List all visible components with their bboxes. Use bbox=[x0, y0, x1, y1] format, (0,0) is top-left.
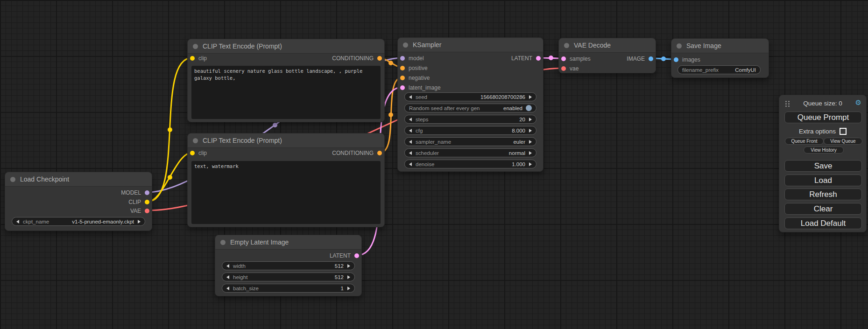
node-clip-text-encode-negative[interactable]: CLIP Text Encode (Prompt) clip CONDITION… bbox=[187, 133, 385, 227]
increment-arrow-icon[interactable] bbox=[529, 162, 532, 166]
batch-size-widget[interactable]: batch_size 1 bbox=[222, 284, 355, 293]
input-port-images[interactable] bbox=[674, 57, 678, 62]
node-save-image[interactable]: Save Image images filename_prefix ComfyU… bbox=[671, 38, 769, 78]
node-load-checkpoint[interactable]: Load Checkpoint MODEL CLIP VAE ckpt_name… bbox=[5, 172, 152, 231]
node-title: Load Checkpoint bbox=[20, 175, 69, 183]
input-port-vae[interactable] bbox=[561, 66, 566, 71]
node-clip-text-encode-positive[interactable]: CLIP Text Encode (Prompt) clip CONDITION… bbox=[187, 39, 385, 122]
clear-button[interactable]: Clear bbox=[784, 203, 862, 215]
decrement-arrow-icon[interactable] bbox=[16, 220, 19, 224]
decrement-arrow-icon[interactable] bbox=[409, 151, 412, 155]
decrement-arrow-icon[interactable] bbox=[409, 95, 412, 99]
steps-widget[interactable]: steps 20 bbox=[404, 115, 536, 124]
increment-arrow-icon[interactable] bbox=[347, 275, 350, 279]
node-title: Save Image bbox=[686, 42, 721, 49]
output-port-clip[interactable] bbox=[145, 200, 149, 204]
input-label: clip bbox=[198, 55, 207, 62]
view-history-button[interactable]: View History bbox=[804, 147, 844, 154]
collapse-dot-icon[interactable] bbox=[677, 43, 682, 49]
queue-prompt-button[interactable]: Queue Prompt bbox=[784, 112, 862, 123]
output-port-conditioning[interactable] bbox=[377, 151, 382, 155]
node-title-bar[interactable]: Save Image bbox=[671, 39, 769, 53]
node-ksampler[interactable]: KSampler model positive negative latent_… bbox=[397, 37, 543, 172]
output-slot-clip: CLIP bbox=[128, 199, 149, 205]
node-title-bar[interactable]: KSampler bbox=[398, 38, 543, 52]
load-default-button[interactable]: Load Default bbox=[784, 217, 862, 229]
settings-gear-icon[interactable] bbox=[855, 98, 861, 107]
widget-value: 8.000 bbox=[512, 128, 525, 133]
input-port-clip[interactable] bbox=[190, 56, 195, 61]
decrement-arrow-icon[interactable] bbox=[409, 162, 412, 166]
widget-value: 156680208700286 bbox=[480, 94, 525, 100]
output-port-latent[interactable] bbox=[536, 56, 541, 61]
node-title-bar[interactable]: VAE Decode bbox=[559, 38, 656, 53]
decrement-arrow-icon[interactable] bbox=[226, 264, 229, 268]
increment-arrow-icon[interactable] bbox=[529, 140, 532, 144]
decrement-arrow-icon[interactable] bbox=[226, 275, 229, 279]
toggle-knob-icon[interactable] bbox=[526, 105, 532, 111]
node-vae-decode[interactable]: VAE Decode samples vae IMAGE bbox=[558, 38, 656, 73]
random-seed-toggle-widget[interactable]: Random seed after every gen enabled bbox=[404, 104, 536, 112]
collapse-dot-icon[interactable] bbox=[10, 177, 15, 182]
node-title-bar[interactable]: Empty Latent Image bbox=[215, 235, 361, 250]
input-port-negative[interactable] bbox=[400, 76, 405, 80]
collapse-dot-icon[interactable] bbox=[564, 43, 569, 48]
load-button[interactable]: Load bbox=[784, 175, 862, 186]
extra-options-checkbox[interactable] bbox=[840, 128, 847, 135]
node-empty-latent-image[interactable]: Empty Latent Image LATENT width 512 heig… bbox=[215, 235, 362, 296]
seed-widget[interactable]: seed 156680208700286 bbox=[404, 92, 536, 101]
input-port-clip[interactable] bbox=[190, 151, 195, 155]
sampler-name-widget[interactable]: sampler_name euler bbox=[404, 137, 536, 146]
decrement-arrow-icon[interactable] bbox=[409, 129, 412, 133]
output-port-latent[interactable] bbox=[354, 253, 359, 258]
width-widget[interactable]: width 512 bbox=[222, 261, 355, 270]
filename-prefix-widget[interactable]: filename_prefix ComfyUI bbox=[677, 65, 761, 74]
increment-arrow-icon[interactable] bbox=[347, 264, 350, 268]
ckpt-name-widget[interactable]: ckpt_name v1-5-pruned-emaonly.ckpt bbox=[12, 217, 145, 226]
node-title: Empty Latent Image bbox=[230, 238, 289, 246]
input-port-samples[interactable] bbox=[561, 56, 566, 61]
increment-arrow-icon[interactable] bbox=[138, 220, 141, 224]
save-button[interactable]: Save bbox=[784, 160, 862, 172]
input-slot-clip: clip bbox=[190, 150, 207, 156]
input-port-positive[interactable] bbox=[400, 66, 405, 70]
scheduler-widget[interactable]: scheduler normal bbox=[404, 148, 536, 157]
increment-arrow-icon[interactable] bbox=[529, 129, 532, 133]
output-port-model[interactable] bbox=[145, 190, 149, 195]
decrement-arrow-icon[interactable] bbox=[226, 287, 229, 290]
prompt-text-area[interactable]: text, watermark bbox=[191, 161, 381, 224]
input-port-latent-image[interactable] bbox=[400, 85, 405, 90]
output-label: MODEL bbox=[121, 189, 141, 196]
input-label: latent_image bbox=[409, 84, 441, 91]
prompt-text-area[interactable]: beautiful scenery nature glass bottle la… bbox=[191, 66, 381, 119]
collapse-dot-icon[interactable] bbox=[403, 42, 408, 48]
node-title-bar[interactable]: Load Checkpoint bbox=[5, 172, 152, 187]
decrement-arrow-icon[interactable] bbox=[409, 118, 412, 121]
comfyui-canvas[interactable]: { "colors": { "model": "#B39DDB", "clip"… bbox=[0, 0, 868, 329]
increment-arrow-icon[interactable] bbox=[347, 287, 350, 290]
view-queue-button[interactable]: View Queue bbox=[824, 138, 862, 145]
decrement-arrow-icon[interactable] bbox=[409, 140, 412, 144]
queue-front-button[interactable]: Queue Front bbox=[785, 138, 824, 145]
node-title-bar[interactable]: CLIP Text Encode (Prompt) bbox=[188, 133, 384, 148]
widget-value: enabled bbox=[503, 105, 522, 111]
collapse-dot-icon[interactable] bbox=[220, 240, 226, 245]
refresh-button[interactable]: Refresh bbox=[784, 189, 862, 200]
increment-arrow-icon[interactable] bbox=[529, 95, 532, 99]
output-port-image[interactable] bbox=[649, 56, 653, 61]
increment-arrow-icon[interactable] bbox=[529, 118, 532, 121]
collapse-dot-icon[interactable] bbox=[193, 138, 198, 143]
cfg-widget[interactable]: cfg 8.000 bbox=[404, 126, 536, 135]
node-title-bar[interactable]: CLIP Text Encode (Prompt) bbox=[188, 39, 384, 54]
output-port-vae[interactable] bbox=[145, 209, 149, 213]
input-port-model[interactable] bbox=[400, 56, 405, 61]
height-widget[interactable]: height 512 bbox=[222, 273, 355, 281]
collapse-dot-icon[interactable] bbox=[193, 44, 198, 49]
denoise-widget[interactable]: denoise 1.000 bbox=[404, 160, 536, 168]
output-slot-latent: LATENT bbox=[330, 252, 359, 259]
node-title: CLIP Text Encode (Prompt) bbox=[203, 137, 282, 144]
output-label: IMAGE bbox=[627, 56, 645, 62]
increment-arrow-icon[interactable] bbox=[529, 151, 532, 155]
input-label: samples bbox=[570, 56, 591, 62]
output-port-conditioning[interactable] bbox=[377, 56, 382, 61]
